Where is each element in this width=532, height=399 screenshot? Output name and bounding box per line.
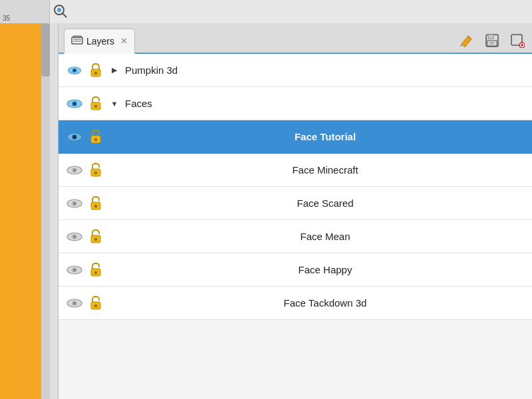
svg-rect-3: [72, 37, 82, 44]
cursor-icon[interactable]: [508, 31, 527, 50]
layer-row[interactable]: Face Minecraft: [59, 154, 532, 187]
layer-name-1: Pumpkin 3d: [125, 65, 178, 76]
layer-name-7: Face Happy: [125, 264, 525, 275]
scrollbar[interactable]: [41, 23, 50, 399]
layers-tab-icon: [71, 35, 83, 48]
layer-row[interactable]: Face Happy: [59, 253, 532, 287]
lock-icon-6[interactable]: [86, 227, 105, 246]
svg-rect-9: [487, 41, 497, 46]
eye-icon-5[interactable]: [65, 194, 84, 213]
svg-point-41: [74, 235, 76, 237]
zoom-icon[interactable]: [53, 3, 68, 19]
eye-icon-8[interactable]: [65, 294, 84, 313]
svg-rect-28: [94, 138, 97, 141]
layer-row[interactable]: Face Mean: [59, 220, 532, 253]
pencil-icon[interactable]: [458, 31, 476, 50]
layers-panel: Layers ✕: [59, 23, 532, 399]
layer-name-3: Face Tutorial: [125, 131, 525, 142]
lock-icon-5[interactable]: [86, 194, 105, 213]
lock-icon-1[interactable]: [86, 61, 105, 80]
eye-icon-4[interactable]: [65, 161, 84, 180]
svg-line-1: [63, 13, 66, 17]
svg-rect-48: [94, 271, 97, 274]
lock-icon-7[interactable]: [86, 261, 105, 279]
ruler-corner: 35: [0, 0, 50, 23]
toolbar-icons: [458, 31, 527, 53]
eye-icon-6[interactable]: [65, 227, 84, 246]
save-icon[interactable]: [483, 31, 501, 50]
eye-icon-7[interactable]: [65, 261, 84, 279]
lock-icon-3[interactable]: [86, 128, 105, 146]
layer-name-4: Face Minecraft: [125, 164, 525, 176]
svg-rect-23: [94, 105, 97, 108]
svg-rect-43: [94, 238, 97, 241]
svg-rect-18: [94, 72, 97, 74]
svg-rect-53: [94, 305, 97, 307]
svg-point-26: [74, 136, 76, 138]
lock-icon-4[interactable]: [86, 161, 105, 180]
svg-rect-38: [94, 205, 97, 207]
layer-row-selected[interactable]: Face Tutorial: [59, 120, 532, 154]
ruler-number: 35: [3, 15, 10, 22]
layer-list: ▶ Pumpkin 3d: [59, 54, 532, 320]
expand-arrow-1[interactable]: ▶: [108, 64, 121, 77]
lock-icon-8[interactable]: [86, 294, 105, 313]
ruler-vertical: [50, 23, 59, 399]
svg-point-46: [74, 269, 76, 271]
left-sidebar: [0, 23, 50, 399]
layer-row[interactable]: ▼ Faces: [59, 87, 532, 120]
svg-point-2: [57, 8, 61, 12]
tab-bar: Layers ✕: [59, 23, 532, 54]
svg-rect-33: [94, 172, 97, 174]
layer-name-6: Face Mean: [125, 231, 525, 242]
tab-layers-label: Layers: [86, 36, 114, 47]
svg-rect-8: [488, 35, 493, 39]
svg-point-36: [74, 202, 76, 204]
scrollbar-thumb[interactable]: [41, 23, 50, 76]
eye-icon-3[interactable]: [65, 128, 84, 146]
eye-icon-1[interactable]: [65, 61, 84, 80]
svg-point-51: [74, 302, 76, 304]
svg-point-21: [74, 102, 76, 104]
layer-row[interactable]: Face Tackdown 3d: [59, 287, 532, 320]
svg-point-16: [74, 69, 76, 71]
layer-name-2: Faces: [125, 98, 152, 109]
layer-name-8: Face Tackdown 3d: [125, 297, 525, 309]
lock-icon-2[interactable]: [86, 94, 105, 113]
layer-name-5: Face Scared: [125, 198, 525, 209]
layer-row[interactable]: ▶ Pumpkin 3d: [59, 54, 532, 87]
tab-layers[interactable]: Layers ✕: [64, 29, 135, 54]
svg-rect-4: [73, 36, 81, 37]
expand-arrow-2[interactable]: ▼: [108, 97, 121, 110]
eye-icon-2[interactable]: [65, 94, 84, 113]
tab-close-icon[interactable]: ✕: [120, 36, 128, 46]
ruler-horizontal: [50, 0, 532, 23]
svg-point-31: [74, 169, 76, 171]
layer-row[interactable]: Face Scared: [59, 187, 532, 220]
